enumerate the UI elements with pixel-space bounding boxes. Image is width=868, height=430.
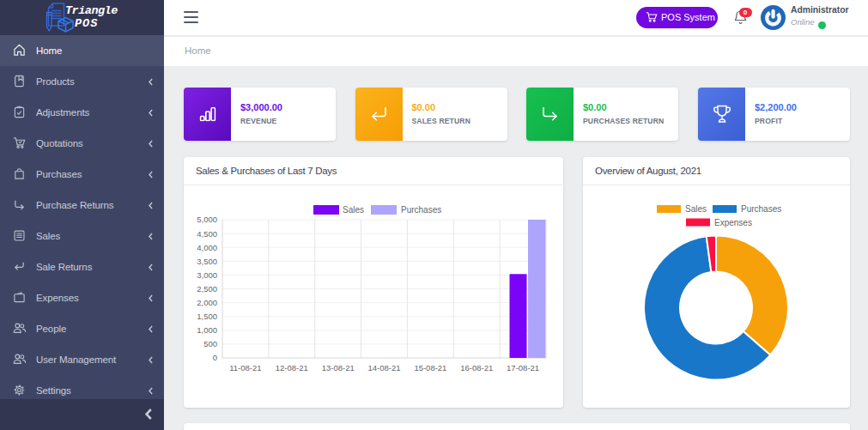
svg-text:Expenses: Expenses [714,218,752,227]
svg-text:14-08-21: 14-08-21 [367,363,400,372]
svg-text:2,000: 2,000 [197,298,217,307]
svg-text:Purchases: Purchases [401,205,441,215]
svg-text:13-08-21: 13-08-21 [322,363,355,372]
svg-text:3,500: 3,500 [197,257,217,266]
svg-text:3,000: 3,000 [197,270,217,280]
svg-text:2,500: 2,500 [197,284,217,294]
svg-text:11-08-21: 11-08-21 [229,363,261,372]
svg-text:1,000: 1,000 [197,325,217,335]
svg-text:1,500: 1,500 [197,312,217,321]
svg-text:5,000: 5,000 [197,215,217,224]
svg-text:12-08-21: 12-08-21 [276,363,308,372]
svg-text:4,500: 4,500 [197,229,217,239]
svg-text:16-08-21: 16-08-21 [460,363,493,372]
svg-text:Sales: Sales [343,205,364,215]
svg-text:15-08-21: 15-08-21 [414,363,446,372]
svg-text:0: 0 [213,353,217,362]
svg-text:Sales: Sales [685,204,707,214]
svg-text:Purchases: Purchases [741,204,781,214]
svg-text:17-08-21: 17-08-21 [507,363,539,372]
svg-text:4,000: 4,000 [197,243,217,252]
svg-text:500: 500 [203,339,217,348]
